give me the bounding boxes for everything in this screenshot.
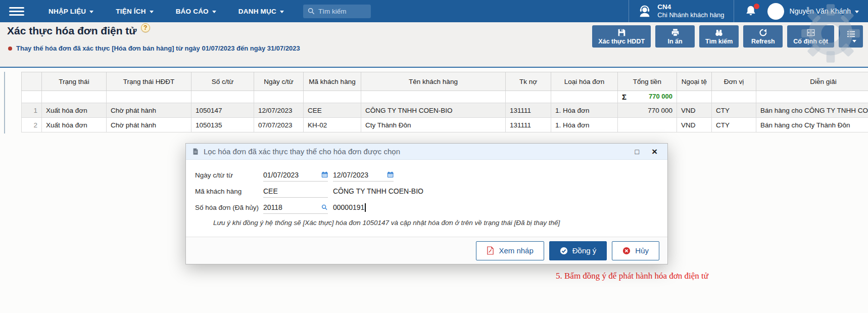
modal-title: Lọc hóa đơn đã xác thực thay thế cho hóa…	[204, 147, 626, 156]
app-root: NHẬP LIỆU TIỆN ÍCH BÁO CÁO DANH MỤC Tìm …	[0, 0, 868, 313]
pdf-icon	[487, 246, 494, 255]
customer-code-value[interactable]	[263, 187, 328, 195]
text-cursor	[365, 203, 366, 212]
toolbar: Xác thực HDDT In ấn Tìm kiếm Refresh Cố …	[592, 25, 863, 48]
cell-currency[interactable]: VND	[677, 103, 712, 118]
column-header[interactable]: Trạng thái	[42, 72, 107, 91]
invoice-grid: Trạng thái Trạng thái HĐĐT Số c/từ Ngày …	[21, 72, 868, 132]
cell-customer-code[interactable]: CEE	[304, 103, 361, 118]
close-icon[interactable]: ×	[648, 147, 661, 156]
cell-customer-code[interactable]: KH-02	[304, 118, 361, 132]
column-header[interactable]: Tên khách hàng	[361, 72, 506, 91]
grid-menu-button[interactable]	[839, 25, 863, 48]
cell-invoice-type[interactable]: 1. Hóa đơn	[551, 103, 618, 118]
grid-row-2[interactable]: 2 Xuất hóa đơn Chờ phát hành 1050135 07/…	[22, 118, 868, 132]
column-header[interactable]: Ngoại tệ	[677, 72, 712, 91]
modal-title-bar[interactable]: Lọc hóa đơn đã xác thực thay thế cho hóa…	[186, 144, 667, 160]
nav-item-label: TIỆN ÍCH	[116, 8, 146, 15]
verify-einvoice-button[interactable]: Xác thực HDDT	[592, 25, 651, 48]
global-search-input[interactable]: Tìm kiếm	[303, 5, 371, 18]
column-header[interactable]: Mã khách hàng	[304, 72, 361, 91]
column-header[interactable]: Tổng tiền	[618, 72, 677, 91]
freeze-columns-button[interactable]: Cố định cột	[787, 25, 834, 48]
search-button[interactable]: Tìm kiếm	[699, 25, 739, 48]
replacement-invoice-number-input[interactable]: 00000191	[333, 201, 495, 214]
nav-item-bao-cao[interactable]: BÁO CÁO	[165, 0, 227, 22]
nav-item-label: BÁO CÁO	[176, 8, 209, 15]
help-icon[interactable]: ?	[141, 23, 150, 32]
lookup-icon[interactable]	[321, 204, 328, 211]
date-from-value[interactable]	[263, 171, 321, 179]
sum-total-cell: Σ 770 000	[618, 91, 677, 103]
hamburger-menu-icon[interactable]	[9, 7, 24, 16]
cell-debit-account[interactable]: 131111	[506, 118, 551, 132]
cancel-button[interactable]: Hủy	[612, 241, 659, 260]
nav-item-nhap-lieu[interactable]: NHẬP LIỆU	[37, 0, 105, 22]
cell-unit[interactable]: CTY	[712, 103, 756, 118]
sum-total-value: 770 000	[649, 93, 672, 100]
column-header[interactable]: Ngày c/từ	[254, 72, 304, 91]
x-circle-icon	[622, 247, 631, 255]
preview-draft-button[interactable]: Xem nháp	[476, 241, 544, 260]
column-header[interactable]: Trạng thái HĐĐT	[107, 72, 191, 91]
nav-item-danh-muc[interactable]: DANH MỤC	[227, 0, 295, 22]
page-header-band: Xác thực hóa đơn điện tử ? Thay thế hóa …	[0, 22, 868, 67]
row-number: 2	[22, 118, 42, 132]
section-divider	[0, 67, 868, 68]
cell-description[interactable]: Bán hàng cho CÔNG TY TNHH COEN-BIO	[756, 103, 868, 118]
step-annotation: 5. Bấm đồng ý để phát hành hóa đơn điện …	[556, 271, 708, 281]
cell-unit[interactable]: CTY	[712, 118, 756, 132]
modal-note: Lưu ý khi đồng ý hệ thống sẽ [Xác thực] …	[213, 219, 658, 227]
cell-currency[interactable]: VND	[677, 118, 712, 132]
support-agent-icon[interactable]	[637, 4, 652, 19]
column-header[interactable]: Đơn vị	[712, 72, 756, 91]
cell-doc-date[interactable]: 07/07/2023	[254, 118, 304, 132]
maximize-button[interactable]: □	[631, 148, 643, 155]
cell-total[interactable]	[618, 118, 677, 132]
notifications-button[interactable]	[744, 5, 757, 18]
calendar-icon[interactable]	[387, 171, 394, 178]
user-menu[interactable]: Nguyễn Văn Khánh	[790, 7, 868, 15]
column-header[interactable]: Số c/từ	[191, 72, 254, 91]
printer-icon	[671, 28, 680, 37]
branch-info[interactable]: CN4 Chi Nhánh khách hàng	[657, 3, 724, 19]
cell-customer-name[interactable]: Cty Thành Đôn	[361, 118, 506, 132]
nav-item-label: NHẬP LIỆU	[49, 8, 86, 15]
refresh-icon	[759, 28, 767, 37]
date-field-label: Ngày c/từ từ	[195, 171, 263, 179]
cancelled-invoice-number-value[interactable]	[263, 203, 321, 211]
cell-einvoice-status[interactable]: Chờ phát hành	[107, 103, 191, 118]
cell-doc-number[interactable]: 1050147	[191, 103, 254, 118]
grid-row-1[interactable]: 1 Xuất hóa đơn Chờ phát hành 1050147 12/…	[22, 103, 868, 118]
cancelled-invoice-number-input[interactable]	[263, 201, 328, 214]
column-header[interactable]: Tk nợ	[506, 72, 551, 91]
customer-code-input[interactable]	[263, 185, 328, 198]
chevron-down-icon	[150, 11, 154, 13]
calendar-icon[interactable]	[321, 171, 328, 178]
cell-debit-account[interactable]: 131111	[506, 103, 551, 118]
confirm-button[interactable]: Đồng ý	[549, 241, 607, 260]
cell-customer-name[interactable]: CÔNG TY TNHH COEN-BIO	[361, 103, 506, 118]
cell-status[interactable]: Xuất hóa đơn	[42, 118, 107, 132]
cell-status[interactable]: Xuất hóa đơn	[42, 103, 107, 118]
column-header[interactable]: Diễn giải	[756, 72, 868, 91]
cell-doc-number[interactable]: 1050135	[191, 118, 254, 132]
date-to-value[interactable]	[333, 171, 387, 179]
cell-invoice-type[interactable]: 1. Hóa đơn	[551, 118, 618, 132]
column-header[interactable]: Loại hóa đơn	[551, 72, 618, 91]
cell-doc-date[interactable]: 12/07/2023	[254, 103, 304, 118]
cell-einvoice-status[interactable]: Chờ phát hành	[107, 118, 191, 132]
cell-total[interactable]: 770 000	[618, 103, 677, 118]
save-icon	[617, 28, 626, 37]
date-to-input[interactable]	[333, 168, 394, 182]
replacement-invoice-number-value: 00000191	[333, 203, 364, 211]
page-title: Xác thực hóa đơn điện tử	[7, 25, 137, 37]
cell-description[interactable]: Bán hàng cho Cty Thành Đôn	[756, 118, 868, 132]
avatar[interactable]	[767, 3, 784, 20]
date-from-input[interactable]	[263, 168, 328, 182]
nav-item-tien-ich[interactable]: TIỆN ÍCH	[105, 0, 164, 22]
divider	[734, 0, 734, 22]
search-icon	[308, 8, 315, 15]
refresh-button[interactable]: Refresh	[743, 25, 783, 48]
print-button[interactable]: In ấn	[655, 25, 695, 48]
